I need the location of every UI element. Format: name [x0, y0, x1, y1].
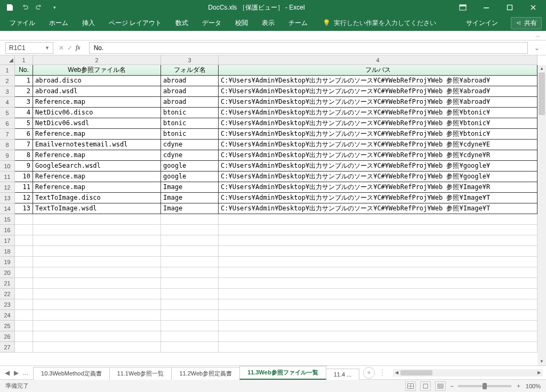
cell[interactable] — [15, 310, 33, 321]
row-header[interactable]: 18 — [0, 246, 15, 257]
undo-icon[interactable] — [18, 1, 31, 14]
cell[interactable]: abroad.disco — [33, 76, 161, 86]
scroll-down-icon[interactable]: ▼ — [537, 358, 546, 365]
cell[interactable] — [15, 246, 33, 257]
minimize-button[interactable] — [476, 0, 497, 15]
row-header[interactable]: 4 — [0, 97, 15, 108]
cell[interactable]: Reference.map — [33, 172, 161, 182]
cell[interactable]: Reference.map — [33, 150, 161, 161]
cell[interactable] — [15, 267, 33, 278]
cell[interactable] — [15, 299, 33, 310]
row-header[interactable]: 5 — [0, 108, 15, 118]
share-button[interactable]: 共有 — [511, 17, 542, 29]
cell[interactable] — [219, 214, 537, 225]
row-header[interactable]: 14 — [0, 203, 15, 214]
row-header[interactable]: 22 — [0, 289, 15, 299]
cell[interactable] — [15, 289, 33, 299]
cell[interactable] — [33, 214, 161, 225]
cell[interactable] — [33, 289, 161, 299]
cell[interactable] — [219, 289, 537, 299]
cell[interactable] — [161, 310, 219, 321]
tab-formulas[interactable]: 数式 — [170, 15, 194, 31]
table-header-cell[interactable]: Web参照ファイル名 — [33, 65, 161, 76]
cell[interactable]: cdyne — [161, 150, 219, 161]
cell[interactable]: 7 — [15, 140, 33, 150]
cell[interactable]: C:¥Users¥Admin¥Desktop¥出力サンプルのソース¥C#¥Web… — [219, 118, 537, 129]
enter-formula-icon[interactable]: ✓ — [67, 44, 73, 52]
cancel-formula-icon[interactable]: ✕ — [59, 44, 64, 52]
tell-me[interactable]: 💡 実行したい作業を入力してください — [323, 19, 436, 28]
name-box[interactable]: R1C1 ▼ — [5, 42, 53, 54]
horizontal-scrollbar[interactable]: ◀ ▶ — [393, 369, 543, 377]
row-header[interactable]: 15 — [0, 214, 15, 225]
cell[interactable] — [161, 342, 219, 353]
chevron-down-icon[interactable]: ▼ — [45, 45, 50, 51]
cell[interactable] — [15, 321, 33, 331]
cell[interactable]: 6 — [15, 129, 33, 140]
tab-insert[interactable]: 挿入 — [77, 15, 100, 31]
view-page-layout-icon[interactable] — [420, 381, 431, 391]
cell[interactable] — [33, 321, 161, 331]
row-header[interactable]: 17 — [0, 235, 15, 246]
cell[interactable] — [33, 246, 161, 257]
cell[interactable] — [219, 267, 537, 278]
cell[interactable] — [33, 310, 161, 321]
tab-view[interactable]: 表示 — [256, 15, 280, 31]
scroll-left-icon[interactable]: ◀ — [393, 369, 400, 377]
cell[interactable]: 8 — [15, 150, 33, 161]
cells-area[interactable]: No.Web参照ファイル名フォルダ名フルパス1abroad.discoabroa… — [15, 65, 537, 365]
view-page-break-icon[interactable] — [435, 381, 446, 391]
cell[interactable]: google — [161, 161, 219, 172]
cell[interactable] — [15, 257, 33, 267]
redo-icon[interactable] — [33, 1, 46, 14]
cell[interactable]: btonic — [161, 108, 219, 118]
scroll-thumb-v[interactable] — [539, 72, 545, 115]
row-header[interactable]: 27 — [0, 342, 15, 353]
cell[interactable]: 4 — [15, 108, 33, 118]
cell[interactable] — [219, 321, 537, 331]
cell[interactable]: NetDicv06.disco — [33, 108, 161, 118]
cell[interactable]: 2 — [15, 86, 33, 97]
zoom-out-button[interactable]: − — [450, 383, 453, 389]
select-all-corner[interactable]: ◢ — [0, 55, 15, 65]
cell[interactable]: C:¥Users¥Admin¥Desktop¥出力サンプルのソース¥C#¥Web… — [219, 129, 537, 140]
sheet-tab[interactable]: 10.3WebMethod定義書 — [33, 367, 110, 380]
cell[interactable] — [219, 278, 537, 289]
sheet-tab[interactable]: 11.2Web参照定義書 — [171, 367, 240, 380]
cell[interactable]: Image — [161, 203, 219, 214]
row-header[interactable]: 21 — [0, 278, 15, 289]
cell[interactable]: Reference.map — [33, 182, 161, 193]
col-header-3[interactable]: 3 — [161, 55, 219, 65]
cell[interactable] — [33, 235, 161, 246]
row-header[interactable]: 10 — [0, 161, 15, 172]
row-header[interactable]: 3 — [0, 86, 15, 97]
sheet-tab[interactable]: 11.3Web参照ファイル一覧 — [239, 366, 326, 380]
cell[interactable]: 5 — [15, 118, 33, 129]
tab-file[interactable]: ファイル — [4, 15, 41, 31]
cell[interactable] — [161, 289, 219, 299]
cell[interactable] — [161, 235, 219, 246]
new-sheet-button[interactable]: ＋ — [363, 367, 375, 379]
scroll-up-icon[interactable]: ▲ — [537, 65, 546, 72]
tab-data[interactable]: データ — [197, 15, 227, 31]
cell[interactable] — [33, 331, 161, 342]
tab-layout[interactable]: ページ レイアウト — [103, 15, 167, 31]
cell[interactable] — [219, 299, 537, 310]
row-header[interactable]: 1 — [0, 65, 15, 76]
view-normal-icon[interactable] — [405, 381, 416, 391]
ribbon-display-icon[interactable] — [452, 0, 473, 15]
cell[interactable] — [219, 225, 537, 235]
cell[interactable] — [33, 299, 161, 310]
formula-bar[interactable]: No. — [89, 42, 528, 54]
cell[interactable] — [15, 225, 33, 235]
cell[interactable] — [161, 299, 219, 310]
cell[interactable]: 3 — [15, 97, 33, 108]
cell[interactable] — [33, 342, 161, 353]
fx-icon[interactable]: fx — [76, 44, 81, 52]
cell[interactable] — [33, 278, 161, 289]
cell[interactable] — [161, 225, 219, 235]
table-header-cell[interactable]: No. — [15, 65, 33, 76]
cell[interactable]: btonic — [161, 129, 219, 140]
qat-dropdown-icon[interactable]: ▾ — [48, 1, 61, 14]
cell[interactable] — [161, 278, 219, 289]
